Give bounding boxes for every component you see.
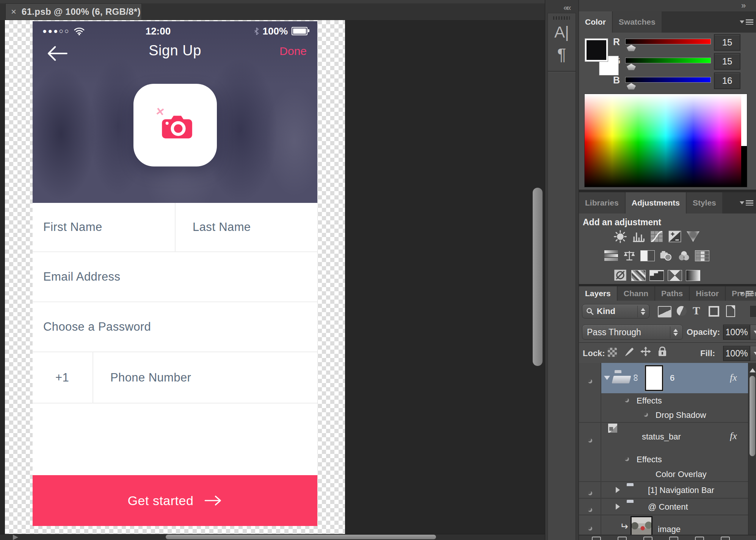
dropdown-arrow-icon[interactable]: [750, 346, 756, 361]
fx-badge[interactable]: fx: [730, 430, 737, 442]
vibrance-icon[interactable]: [685, 229, 701, 245]
layer-row-image[interactable]: ↵ image: [579, 515, 748, 535]
green-value-box[interactable]: 15: [714, 53, 740, 70]
layers-scrollbar[interactable]: [748, 363, 756, 535]
drop-shadow-row[interactable]: Drop Shadow: [579, 408, 748, 422]
layers-panel-tabs: Layers Chann Paths Histor Proper: [579, 286, 756, 301]
channel-mixer-icon[interactable]: [676, 248, 692, 264]
layer-mask-thumbnail[interactable]: [645, 365, 663, 391]
scroll-arrow-icon[interactable]: [13, 535, 18, 540]
color-spectrum[interactable]: [584, 94, 747, 187]
link-layers-icon[interactable]: [592, 537, 601, 540]
layer-name[interactable]: status_bar: [642, 432, 681, 442]
scroll-up-icon[interactable]: [750, 365, 756, 372]
lock-all-icon[interactable]: [659, 350, 666, 356]
layer-thumbnail[interactable]: [614, 424, 616, 432]
new-adjustment-icon[interactable]: [669, 537, 678, 540]
curves-icon[interactable]: [649, 229, 665, 245]
tab-channels[interactable]: Chann: [618, 286, 654, 301]
panel-menu-icon[interactable]: [740, 290, 753, 297]
new-group-icon[interactable]: [695, 537, 704, 540]
blue-slider-track[interactable]: [625, 77, 711, 83]
layer-name[interactable]: [1] Navigation Bar: [648, 485, 714, 495]
tab-paths[interactable]: Paths: [655, 286, 689, 301]
effects-row[interactable]: Effects: [579, 451, 748, 467]
posterize-icon[interactable]: [631, 267, 646, 283]
opacity-value[interactable]: 100%: [723, 325, 750, 340]
collapse-panels-icon[interactable]: ««: [563, 3, 570, 13]
mask-link-icon[interactable]: ∞: [631, 374, 641, 381]
layer-row-navigation-bar[interactable]: [1] Navigation Bar: [579, 482, 748, 498]
lock-transparency-icon[interactable]: [608, 348, 617, 357]
document-horizontal-scrollbar[interactable]: [166, 535, 436, 539]
photo-upload-card: ×: [133, 84, 217, 166]
lock-position-icon[interactable]: [640, 347, 651, 359]
disclosure-open-icon[interactable]: [604, 376, 610, 383]
blue-slider-thumb[interactable]: [627, 83, 636, 89]
spectrum-value-strip[interactable]: [741, 94, 747, 187]
threshold-icon[interactable]: [649, 267, 665, 283]
photo-filter-icon[interactable]: [658, 248, 674, 264]
color-overlay-row[interactable]: Color Overlay: [579, 467, 748, 481]
dropdown-arrow-icon[interactable]: [750, 325, 756, 340]
red-slider-track[interactable]: [625, 39, 711, 44]
character-panel-icon[interactable]: A|: [548, 23, 576, 41]
filter-pixel-layers-icon[interactable]: [658, 306, 671, 317]
expand-panels-icon[interactable]: »: [741, 1, 744, 11]
selective-color-icon[interactable]: [667, 267, 683, 283]
exposure-icon[interactable]: [667, 229, 683, 245]
layer-row-6[interactable]: ∞ 6 fx: [579, 363, 748, 393]
blue-value-box[interactable]: 16: [714, 72, 740, 89]
document-canvas[interactable]: ●●●○○ 12:00 100%: [5, 20, 345, 534]
tab-swatches[interactable]: Swatches: [613, 11, 662, 33]
green-slider-thumb[interactable]: [627, 64, 636, 70]
layers-scrollbar-thumb[interactable]: [750, 376, 755, 456]
paragraph-panel-icon[interactable]: ¶: [548, 45, 576, 64]
green-slider-track[interactable]: [625, 58, 711, 63]
hue-saturation-icon[interactable]: [603, 248, 619, 264]
blend-mode-dropdown[interactable]: Pass Through: [582, 325, 683, 340]
password-row: Choose a Password: [33, 302, 317, 352]
kind-filter-dropdown[interactable]: Kind: [582, 304, 649, 319]
disclosure-closed-icon[interactable]: [616, 487, 623, 493]
filter-smart-objects-icon[interactable]: [726, 305, 735, 317]
filter-shape-layers-icon[interactable]: [709, 306, 719, 317]
layer-row-status-bar[interactable]: status_bar fx: [579, 423, 748, 451]
fx-badge[interactable]: fx: [730, 372, 737, 383]
filter-toggle-switch[interactable]: [750, 305, 756, 317]
invert-icon[interactable]: [612, 267, 628, 283]
foreground-color-swatch[interactable]: [585, 39, 608, 61]
disclosure-closed-icon[interactable]: [616, 504, 623, 510]
levels-icon[interactable]: [631, 229, 646, 245]
layer-thumbnail[interactable]: [631, 516, 652, 537]
document-tab[interactable]: × 61.psb @ 100% (6, RGB/8*): [5, 3, 142, 20]
layer-name[interactable]: image: [658, 524, 681, 534]
panel-grip-icon[interactable]: [553, 16, 570, 20]
filter-type-layers-icon[interactable]: T: [693, 305, 700, 317]
tab-layers[interactable]: Layers: [579, 286, 617, 301]
filter-adjustment-layers-icon[interactable]: [677, 306, 687, 316]
red-slider-thumb[interactable]: [627, 45, 636, 51]
fill-combo[interactable]: 100%: [723, 346, 756, 361]
document-vertical-scrollbar[interactable]: [533, 188, 543, 366]
fill-value[interactable]: 100%: [723, 346, 750, 361]
color-balance-icon[interactable]: [621, 248, 637, 264]
lock-pixels-icon[interactable]: [624, 346, 635, 359]
panel-menu-icon[interactable]: [740, 18, 753, 26]
tab-color[interactable]: Color: [579, 11, 612, 33]
add-mask-icon[interactable]: [643, 537, 652, 540]
brightness-contrast-icon[interactable]: [612, 229, 628, 245]
effects-row[interactable]: Effects: [579, 393, 748, 408]
layer-name[interactable]: 6: [670, 373, 674, 383]
layer-style-icon[interactable]: [618, 537, 627, 540]
gradient-map-icon[interactable]: [685, 267, 701, 283]
red-value-box[interactable]: 15: [714, 34, 740, 51]
opacity-combo[interactable]: 100%: [723, 325, 756, 340]
black-white-icon[interactable]: [640, 248, 656, 264]
color-lookup-icon[interactable]: [694, 248, 710, 264]
tab-history[interactable]: Histor: [690, 286, 725, 301]
close-tab-icon[interactable]: ×: [11, 7, 16, 16]
layer-name[interactable]: @ Content: [648, 502, 688, 512]
delete-layer-icon[interactable]: [721, 537, 730, 540]
layer-row-content[interactable]: @ Content: [579, 499, 748, 515]
